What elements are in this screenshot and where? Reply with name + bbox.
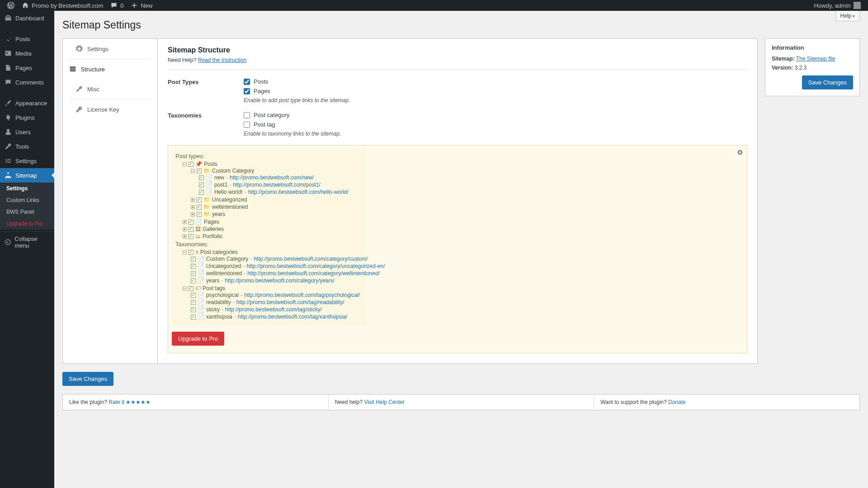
- sidebar-item-plugins[interactable]: Plugins: [0, 110, 54, 125]
- submenu-bws-panel[interactable]: BWS Panel: [0, 206, 54, 218]
- sitemap-file-link[interactable]: The Sitemap file: [796, 56, 835, 62]
- sidebar-item-sitemap[interactable]: Sitemap: [0, 168, 54, 183]
- sidebar-item-label: Appearance: [15, 100, 47, 107]
- checkbox-pages[interactable]: Pages: [244, 88, 747, 94]
- info-version-value: 3.2.3: [795, 65, 807, 71]
- tree-url[interactable]: http://promo.bestwebsoft.com/category/un…: [246, 263, 385, 269]
- tree-url[interactable]: http://promo.bestwebsoft.com/category/cu…: [254, 256, 368, 262]
- sidebar-item-media[interactable]: Media: [0, 46, 54, 61]
- sidebar-item-label: Settings: [15, 158, 37, 164]
- checkbox-pages-input[interactable]: [244, 88, 250, 94]
- collapse-menu[interactable]: Collapse menu: [0, 231, 54, 253]
- plus-icon: [131, 2, 138, 9]
- help-center-link[interactable]: Visit Help Center: [364, 399, 405, 405]
- sidebar-item-label: Pages: [15, 65, 32, 71]
- sidebar-item-users[interactable]: Users: [0, 125, 54, 139]
- tree-url[interactable]: http://promo.bestwebsoft.com/tag/readabi…: [236, 299, 344, 305]
- rate-link[interactable]: Rate it: [108, 399, 124, 405]
- checkbox-post-category-input[interactable]: [244, 112, 250, 118]
- post-types-desc: Enable to add post type links to the sit…: [244, 97, 747, 103]
- sidebar-item-appearance[interactable]: Appearance: [0, 96, 54, 110]
- checkbox-post-tag[interactable]: Post tag: [244, 121, 747, 128]
- tree-leaf-label: Uncategorized: [206, 263, 241, 269]
- footer-rate-cell: Like the plugin? Rate it ★★★★★: [63, 394, 329, 410]
- new-label: New: [141, 2, 152, 9]
- page-icon: [5, 64, 12, 71]
- wrench-icon: [75, 85, 83, 93]
- tree-node-label: years: [212, 211, 225, 217]
- tree-node-label: Galleries: [203, 226, 224, 232]
- comments-link[interactable]: 0: [107, 0, 127, 11]
- sidebar-item-label: Posts: [15, 36, 30, 42]
- rating-stars-icon[interactable]: ★★★★★: [126, 399, 151, 405]
- brush-icon: [5, 99, 12, 107]
- read-instruction-link[interactable]: Read the Instruction: [198, 57, 246, 63]
- tree-leaf-label: xanthopsia: [206, 314, 232, 320]
- save-changes-button[interactable]: Save Changes: [62, 372, 113, 386]
- sidebar-item-comments[interactable]: Comments: [0, 75, 54, 89]
- user-menu[interactable]: Howdy, admin: [811, 0, 864, 11]
- tab-label: Structure: [81, 66, 105, 73]
- row-post-types: Post Types Posts Pages Enable to add pos…: [168, 78, 747, 103]
- help-button[interactable]: Help: [835, 11, 860, 21]
- close-icon: [737, 149, 743, 155]
- wordpress-icon: [7, 2, 14, 9]
- submenu-custom-links[interactable]: Custom Links: [0, 194, 54, 206]
- tree-url[interactable]: http://promo.bestwebsoft.com/tag/xanthop…: [238, 314, 347, 320]
- promo-close-button[interactable]: [737, 149, 743, 157]
- tree-url[interactable]: http://promo.bestwebsoft.com/post1/: [233, 182, 320, 188]
- site-name: Promo by Bestwebsoft.com: [32, 2, 103, 9]
- tree-leaf-label: Custom Category: [206, 256, 248, 262]
- taxonomies-desc: Enable to taxonomy links to the sitemap.: [244, 131, 747, 137]
- gear-icon: [75, 45, 83, 52]
- tree-leaf-label: sticky: [206, 306, 220, 313]
- home-icon: [22, 2, 29, 9]
- wp-logo[interactable]: [4, 0, 18, 11]
- sidebar-item-settings[interactable]: Settings: [0, 154, 54, 168]
- checkbox-post-tag-input[interactable]: [244, 122, 250, 128]
- tree-url[interactable]: http://promo.bestwebsoft.com/category/we…: [247, 270, 380, 277]
- sidebar-item-posts[interactable]: Posts: [0, 32, 54, 46]
- tab-license[interactable]: License Key: [69, 99, 151, 119]
- checkbox-posts[interactable]: Posts: [244, 78, 747, 85]
- site-link[interactable]: Promo by Bestwebsoft.com: [18, 0, 107, 11]
- pin-icon: [5, 35, 12, 42]
- tab-structure[interactable]: Structure: [63, 59, 157, 79]
- tree-url[interactable]: http://promo.bestwebsoft.com/tag/sticky/: [225, 306, 322, 313]
- new-link[interactable]: New: [127, 0, 156, 11]
- tree-leaf-label: years: [206, 277, 219, 284]
- tree-url[interactable]: http://promo.bestwebsoft.com/new/: [230, 174, 314, 181]
- info-save-button[interactable]: Save Changes: [802, 75, 853, 89]
- need-help-prefix: Need Help?: [168, 57, 198, 63]
- tab-label: Settings: [87, 46, 108, 52]
- upgrade-to-pro-button[interactable]: Upgrade to Pro: [172, 332, 224, 346]
- row-taxonomies: Taxonomies Post category Post tag Enable…: [168, 112, 747, 137]
- tree-url[interactable]: http://promo.bestwebsoft.com/tag/psychol…: [244, 292, 360, 298]
- tree-leaf-label: post1: [214, 182, 227, 188]
- footer-donate-cell: Want to support the plugin? Donate: [594, 394, 859, 410]
- sidebar-item-dashboard[interactable]: Dashboard: [0, 11, 54, 25]
- info-sitemap-line: Sitemap: The Sitemap file: [772, 56, 853, 62]
- sitemap-icon: [5, 172, 12, 179]
- checkbox-posts-input[interactable]: [244, 79, 250, 85]
- tree-url[interactable]: http://promo.bestwebsoft.com/hello-world…: [248, 189, 349, 195]
- submenu-settings[interactable]: Settings: [0, 183, 54, 194]
- footer-like-prefix: Like the plugin?: [69, 399, 108, 405]
- sidebar-item-tools[interactable]: Tools: [0, 139, 54, 154]
- checkbox-post-category[interactable]: Post category: [244, 112, 747, 118]
- sidebar-item-label: Sitemap: [15, 172, 37, 179]
- dashboard-icon: [5, 14, 12, 22]
- tree-node-label: Post tags: [203, 285, 225, 291]
- info-sitemap-label: Sitemap:: [772, 56, 795, 62]
- tree-url[interactable]: http://promo.bestwebsoft.com/category/ye…: [225, 277, 335, 284]
- donate-link[interactable]: Donate: [668, 399, 686, 405]
- tab-label: Misc: [87, 86, 99, 93]
- sidebar-submenu: Settings Custom Links BWS Panel Upgrade …: [0, 183, 54, 230]
- tab-settings[interactable]: Settings: [69, 39, 151, 59]
- tab-misc[interactable]: Misc: [69, 79, 151, 99]
- sidebar-item-pages[interactable]: Pages: [0, 61, 54, 75]
- taxonomies-label: Taxonomies: [168, 112, 244, 137]
- tree-taxonomies-header: Taxonomies:: [175, 241, 363, 248]
- submenu-upgrade[interactable]: Upgrade to Pro: [0, 218, 54, 230]
- footer-help-prefix: Need help?: [335, 399, 364, 405]
